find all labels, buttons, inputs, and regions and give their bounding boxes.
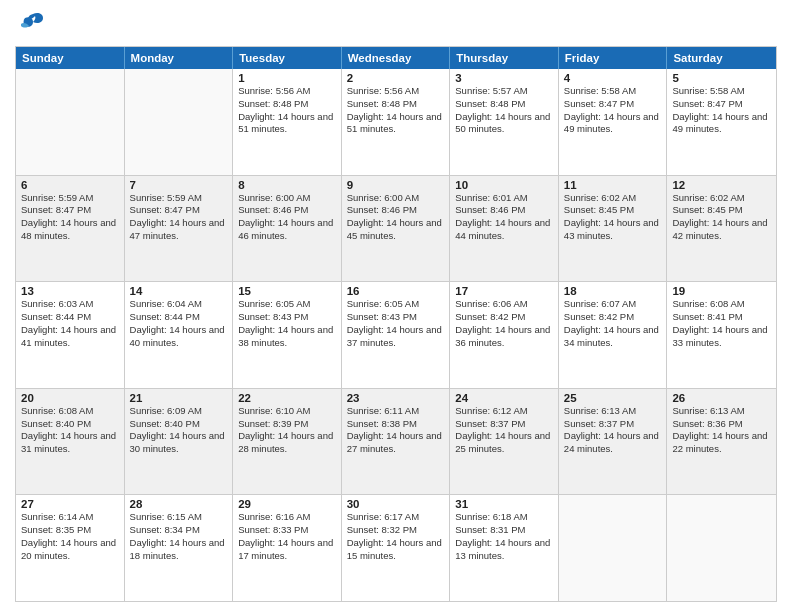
- calendar-cell: 12Sunrise: 6:02 AM Sunset: 8:45 PM Dayli…: [667, 176, 776, 282]
- cell-info: Sunrise: 6:10 AM Sunset: 8:39 PM Dayligh…: [238, 405, 336, 456]
- cell-info: Sunrise: 6:11 AM Sunset: 8:38 PM Dayligh…: [347, 405, 445, 456]
- calendar-cell: 28Sunrise: 6:15 AM Sunset: 8:34 PM Dayli…: [125, 495, 234, 601]
- calendar-cell: 19Sunrise: 6:08 AM Sunset: 8:41 PM Dayli…: [667, 282, 776, 388]
- day-number: 8: [238, 179, 336, 191]
- cell-info: Sunrise: 6:04 AM Sunset: 8:44 PM Dayligh…: [130, 298, 228, 349]
- calendar-cell: [559, 495, 668, 601]
- calendar-cell: 9Sunrise: 6:00 AM Sunset: 8:46 PM Daylig…: [342, 176, 451, 282]
- day-number: 31: [455, 498, 553, 510]
- cell-info: Sunrise: 6:01 AM Sunset: 8:46 PM Dayligh…: [455, 192, 553, 243]
- calendar-cell: [667, 495, 776, 601]
- calendar-cell: 3Sunrise: 5:57 AM Sunset: 8:48 PM Daylig…: [450, 69, 559, 175]
- cell-info: Sunrise: 5:56 AM Sunset: 8:48 PM Dayligh…: [347, 85, 445, 136]
- cell-info: Sunrise: 5:57 AM Sunset: 8:48 PM Dayligh…: [455, 85, 553, 136]
- calendar-cell: 6Sunrise: 5:59 AM Sunset: 8:47 PM Daylig…: [16, 176, 125, 282]
- cell-info: Sunrise: 5:59 AM Sunset: 8:47 PM Dayligh…: [130, 192, 228, 243]
- day-number: 5: [672, 72, 771, 84]
- calendar-cell: 23Sunrise: 6:11 AM Sunset: 8:38 PM Dayli…: [342, 389, 451, 495]
- calendar-cell: 29Sunrise: 6:16 AM Sunset: 8:33 PM Dayli…: [233, 495, 342, 601]
- header-day-saturday: Saturday: [667, 47, 776, 69]
- calendar-cell: 26Sunrise: 6:13 AM Sunset: 8:36 PM Dayli…: [667, 389, 776, 495]
- header-day-wednesday: Wednesday: [342, 47, 451, 69]
- cell-info: Sunrise: 6:00 AM Sunset: 8:46 PM Dayligh…: [347, 192, 445, 243]
- calendar-cell: 16Sunrise: 6:05 AM Sunset: 8:43 PM Dayli…: [342, 282, 451, 388]
- day-number: 28: [130, 498, 228, 510]
- day-number: 15: [238, 285, 336, 297]
- calendar-body: 1Sunrise: 5:56 AM Sunset: 8:48 PM Daylig…: [16, 69, 776, 601]
- calendar-cell: 10Sunrise: 6:01 AM Sunset: 8:46 PM Dayli…: [450, 176, 559, 282]
- calendar-cell: 24Sunrise: 6:12 AM Sunset: 8:37 PM Dayli…: [450, 389, 559, 495]
- calendar-cell: 13Sunrise: 6:03 AM Sunset: 8:44 PM Dayli…: [16, 282, 125, 388]
- day-number: 13: [21, 285, 119, 297]
- day-number: 7: [130, 179, 228, 191]
- cell-info: Sunrise: 6:07 AM Sunset: 8:42 PM Dayligh…: [564, 298, 662, 349]
- cell-info: Sunrise: 6:17 AM Sunset: 8:32 PM Dayligh…: [347, 511, 445, 562]
- calendar-row-4: 27Sunrise: 6:14 AM Sunset: 8:35 PM Dayli…: [16, 495, 776, 601]
- day-number: 20: [21, 392, 119, 404]
- day-number: 25: [564, 392, 662, 404]
- day-number: 26: [672, 392, 771, 404]
- cell-info: Sunrise: 5:58 AM Sunset: 8:47 PM Dayligh…: [672, 85, 771, 136]
- calendar-cell: 17Sunrise: 6:06 AM Sunset: 8:42 PM Dayli…: [450, 282, 559, 388]
- day-number: 14: [130, 285, 228, 297]
- header-day-friday: Friday: [559, 47, 668, 69]
- calendar-cell: 18Sunrise: 6:07 AM Sunset: 8:42 PM Dayli…: [559, 282, 668, 388]
- cell-info: Sunrise: 6:03 AM Sunset: 8:44 PM Dayligh…: [21, 298, 119, 349]
- cell-info: Sunrise: 6:13 AM Sunset: 8:37 PM Dayligh…: [564, 405, 662, 456]
- day-number: 18: [564, 285, 662, 297]
- day-number: 29: [238, 498, 336, 510]
- day-number: 23: [347, 392, 445, 404]
- cell-info: Sunrise: 6:13 AM Sunset: 8:36 PM Dayligh…: [672, 405, 771, 456]
- calendar-cell: 21Sunrise: 6:09 AM Sunset: 8:40 PM Dayli…: [125, 389, 234, 495]
- calendar-cell: 5Sunrise: 5:58 AM Sunset: 8:47 PM Daylig…: [667, 69, 776, 175]
- day-number: 21: [130, 392, 228, 404]
- cell-info: Sunrise: 6:09 AM Sunset: 8:40 PM Dayligh…: [130, 405, 228, 456]
- day-number: 16: [347, 285, 445, 297]
- logo: [15, 10, 49, 38]
- cell-info: Sunrise: 6:12 AM Sunset: 8:37 PM Dayligh…: [455, 405, 553, 456]
- day-number: 12: [672, 179, 771, 191]
- calendar-cell: 15Sunrise: 6:05 AM Sunset: 8:43 PM Dayli…: [233, 282, 342, 388]
- day-number: 1: [238, 72, 336, 84]
- header: [15, 10, 777, 38]
- day-number: 11: [564, 179, 662, 191]
- header-day-sunday: Sunday: [16, 47, 125, 69]
- calendar-row-0: 1Sunrise: 5:56 AM Sunset: 8:48 PM Daylig…: [16, 69, 776, 176]
- calendar-cell: 4Sunrise: 5:58 AM Sunset: 8:47 PM Daylig…: [559, 69, 668, 175]
- day-number: 4: [564, 72, 662, 84]
- day-number: 22: [238, 392, 336, 404]
- day-number: 27: [21, 498, 119, 510]
- day-number: 24: [455, 392, 553, 404]
- page: SundayMondayTuesdayWednesdayThursdayFrid…: [0, 0, 792, 612]
- cell-info: Sunrise: 6:08 AM Sunset: 8:41 PM Dayligh…: [672, 298, 771, 349]
- cell-info: Sunrise: 5:56 AM Sunset: 8:48 PM Dayligh…: [238, 85, 336, 136]
- calendar-header: SundayMondayTuesdayWednesdayThursdayFrid…: [16, 47, 776, 69]
- day-number: 6: [21, 179, 119, 191]
- cell-info: Sunrise: 6:02 AM Sunset: 8:45 PM Dayligh…: [564, 192, 662, 243]
- header-day-tuesday: Tuesday: [233, 47, 342, 69]
- calendar-row-3: 20Sunrise: 6:08 AM Sunset: 8:40 PM Dayli…: [16, 389, 776, 496]
- day-number: 10: [455, 179, 553, 191]
- day-number: 17: [455, 285, 553, 297]
- cell-info: Sunrise: 6:05 AM Sunset: 8:43 PM Dayligh…: [347, 298, 445, 349]
- cell-info: Sunrise: 6:00 AM Sunset: 8:46 PM Dayligh…: [238, 192, 336, 243]
- header-day-monday: Monday: [125, 47, 234, 69]
- calendar-cell: 8Sunrise: 6:00 AM Sunset: 8:46 PM Daylig…: [233, 176, 342, 282]
- calendar-cell: 14Sunrise: 6:04 AM Sunset: 8:44 PM Dayli…: [125, 282, 234, 388]
- calendar-cell: 7Sunrise: 5:59 AM Sunset: 8:47 PM Daylig…: [125, 176, 234, 282]
- day-number: 2: [347, 72, 445, 84]
- calendar-cell: 27Sunrise: 6:14 AM Sunset: 8:35 PM Dayli…: [16, 495, 125, 601]
- cell-info: Sunrise: 6:18 AM Sunset: 8:31 PM Dayligh…: [455, 511, 553, 562]
- calendar-cell: 25Sunrise: 6:13 AM Sunset: 8:37 PM Dayli…: [559, 389, 668, 495]
- cell-info: Sunrise: 6:08 AM Sunset: 8:40 PM Dayligh…: [21, 405, 119, 456]
- cell-info: Sunrise: 6:02 AM Sunset: 8:45 PM Dayligh…: [672, 192, 771, 243]
- calendar-cell: 2Sunrise: 5:56 AM Sunset: 8:48 PM Daylig…: [342, 69, 451, 175]
- logo-icon: [15, 10, 45, 38]
- cell-info: Sunrise: 6:06 AM Sunset: 8:42 PM Dayligh…: [455, 298, 553, 349]
- day-number: 30: [347, 498, 445, 510]
- header-day-thursday: Thursday: [450, 47, 559, 69]
- calendar-row-1: 6Sunrise: 5:59 AM Sunset: 8:47 PM Daylig…: [16, 176, 776, 283]
- cell-info: Sunrise: 6:16 AM Sunset: 8:33 PM Dayligh…: [238, 511, 336, 562]
- day-number: 3: [455, 72, 553, 84]
- calendar-cell: 22Sunrise: 6:10 AM Sunset: 8:39 PM Dayli…: [233, 389, 342, 495]
